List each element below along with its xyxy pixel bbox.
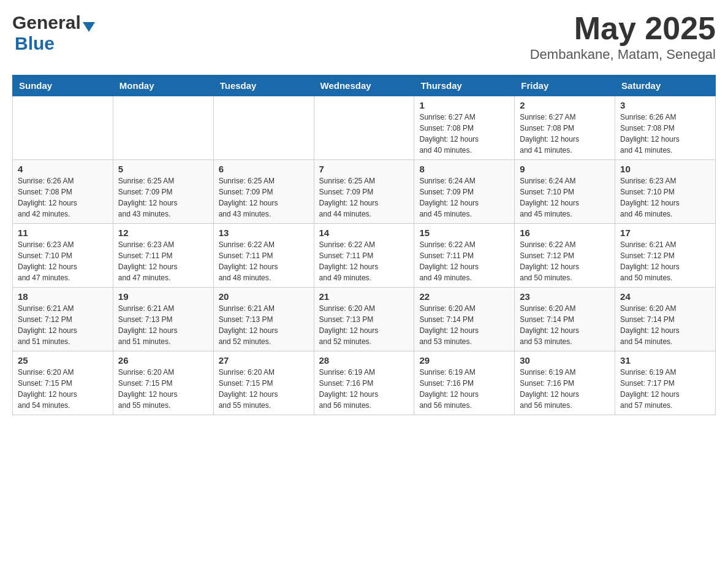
day-number: 21 xyxy=(319,291,409,302)
day-info: Sunrise: 6:26 AMSunset: 7:08 PMDaylight:… xyxy=(620,112,710,156)
calendar-day-3: 3Sunrise: 6:26 AMSunset: 7:08 PMDaylight… xyxy=(615,96,716,160)
calendar-day-19: 19Sunrise: 6:21 AMSunset: 7:13 PMDayligh… xyxy=(113,288,213,351)
day-info: Sunrise: 6:19 AMSunset: 7:17 PMDaylight:… xyxy=(620,367,710,411)
calendar-empty-cell xyxy=(113,96,213,160)
day-info: Sunrise: 6:19 AMSunset: 7:16 PMDaylight:… xyxy=(419,367,509,411)
calendar-week-row: 11Sunrise: 6:23 AMSunset: 7:10 PMDayligh… xyxy=(13,224,716,288)
day-info: Sunrise: 6:22 AMSunset: 7:11 PMDaylight:… xyxy=(419,239,509,283)
logo-arrow-icon xyxy=(83,22,95,32)
calendar-day-7: 7Sunrise: 6:25 AMSunset: 7:09 PMDaylight… xyxy=(314,160,414,224)
day-info: Sunrise: 6:23 AMSunset: 7:10 PMDaylight:… xyxy=(18,239,108,283)
calendar-day-5: 5Sunrise: 6:25 AMSunset: 7:09 PMDaylight… xyxy=(113,160,213,224)
day-info: Sunrise: 6:21 AMSunset: 7:12 PMDaylight:… xyxy=(620,239,710,283)
page-header: General Blue May 2025 Dembankane, Matam,… xyxy=(12,12,716,63)
day-info: Sunrise: 6:20 AMSunset: 7:14 PMDaylight:… xyxy=(520,303,610,347)
calendar-day-4: 4Sunrise: 6:26 AMSunset: 7:08 PMDaylight… xyxy=(13,160,113,224)
calendar-day-10: 10Sunrise: 6:23 AMSunset: 7:10 PMDayligh… xyxy=(615,160,716,224)
day-number: 24 xyxy=(620,291,710,302)
calendar-day-17: 17Sunrise: 6:21 AMSunset: 7:12 PMDayligh… xyxy=(615,224,716,288)
day-number: 2 xyxy=(520,100,610,110)
day-info: Sunrise: 6:21 AMSunset: 7:13 PMDaylight:… xyxy=(118,303,208,347)
calendar-day-20: 20Sunrise: 6:21 AMSunset: 7:13 PMDayligh… xyxy=(213,288,314,351)
day-number: 4 xyxy=(18,164,108,174)
logo-blue-text: Blue xyxy=(12,33,55,53)
calendar-day-30: 30Sunrise: 6:19 AMSunset: 7:16 PMDayligh… xyxy=(515,351,615,415)
calendar-day-6: 6Sunrise: 6:25 AMSunset: 7:09 PMDaylight… xyxy=(213,160,314,224)
calendar-week-row: 4Sunrise: 6:26 AMSunset: 7:08 PMDaylight… xyxy=(13,160,716,224)
calendar-day-23: 23Sunrise: 6:20 AMSunset: 7:14 PMDayligh… xyxy=(515,288,615,351)
day-number: 9 xyxy=(520,164,610,174)
day-number: 25 xyxy=(18,355,108,366)
weekday-header-thursday: Thursday xyxy=(414,75,515,96)
day-number: 18 xyxy=(18,291,108,302)
calendar-empty-cell xyxy=(13,96,113,160)
calendar-day-16: 16Sunrise: 6:22 AMSunset: 7:12 PMDayligh… xyxy=(515,224,615,288)
day-number: 15 xyxy=(419,228,509,238)
calendar-day-28: 28Sunrise: 6:19 AMSunset: 7:16 PMDayligh… xyxy=(314,351,414,415)
calendar-day-31: 31Sunrise: 6:19 AMSunset: 7:17 PMDayligh… xyxy=(615,351,716,415)
day-info: Sunrise: 6:27 AMSunset: 7:08 PMDaylight:… xyxy=(520,112,610,156)
day-number: 1 xyxy=(419,100,509,110)
calendar-header-row: SundayMondayTuesdayWednesdayThursdayFrid… xyxy=(13,75,716,96)
day-number: 20 xyxy=(219,291,309,302)
calendar-day-18: 18Sunrise: 6:21 AMSunset: 7:12 PMDayligh… xyxy=(13,288,113,351)
weekday-header-monday: Monday xyxy=(113,75,213,96)
day-number: 8 xyxy=(419,164,509,174)
calendar-day-27: 27Sunrise: 6:20 AMSunset: 7:15 PMDayligh… xyxy=(213,351,314,415)
calendar-day-11: 11Sunrise: 6:23 AMSunset: 7:10 PMDayligh… xyxy=(13,224,113,288)
day-info: Sunrise: 6:22 AMSunset: 7:11 PMDaylight:… xyxy=(219,239,309,283)
day-number: 31 xyxy=(620,355,710,366)
calendar-day-15: 15Sunrise: 6:22 AMSunset: 7:11 PMDayligh… xyxy=(414,224,515,288)
title-area: May 2025 Dembankane, Matam, Senegal xyxy=(530,12,716,63)
day-info: Sunrise: 6:26 AMSunset: 7:08 PMDaylight:… xyxy=(18,175,108,220)
day-number: 13 xyxy=(219,228,309,238)
day-info: Sunrise: 6:22 AMSunset: 7:11 PMDaylight:… xyxy=(319,239,409,283)
day-number: 16 xyxy=(520,228,610,238)
weekday-header-tuesday: Tuesday xyxy=(213,75,314,96)
calendar-week-row: 1Sunrise: 6:27 AMSunset: 7:08 PMDaylight… xyxy=(13,96,716,160)
calendar-table: SundayMondayTuesdayWednesdayThursdayFrid… xyxy=(12,75,716,415)
location-subtitle: Dembankane, Matam, Senegal xyxy=(530,47,716,63)
calendar-day-9: 9Sunrise: 6:24 AMSunset: 7:10 PMDaylight… xyxy=(515,160,615,224)
day-info: Sunrise: 6:24 AMSunset: 7:09 PMDaylight:… xyxy=(419,175,509,220)
day-number: 26 xyxy=(118,355,208,366)
calendar-empty-cell xyxy=(213,96,314,160)
day-info: Sunrise: 6:19 AMSunset: 7:16 PMDaylight:… xyxy=(520,367,610,411)
day-info: Sunrise: 6:21 AMSunset: 7:13 PMDaylight:… xyxy=(219,303,309,347)
calendar-day-2: 2Sunrise: 6:27 AMSunset: 7:08 PMDaylight… xyxy=(515,96,615,160)
day-info: Sunrise: 6:23 AMSunset: 7:10 PMDaylight:… xyxy=(620,175,710,220)
day-number: 6 xyxy=(219,164,309,174)
calendar-day-8: 8Sunrise: 6:24 AMSunset: 7:09 PMDaylight… xyxy=(414,160,515,224)
day-info: Sunrise: 6:20 AMSunset: 7:14 PMDaylight:… xyxy=(419,303,509,347)
weekday-header-sunday: Sunday xyxy=(13,75,113,96)
calendar-day-25: 25Sunrise: 6:20 AMSunset: 7:15 PMDayligh… xyxy=(13,351,113,415)
day-info: Sunrise: 6:24 AMSunset: 7:10 PMDaylight:… xyxy=(520,175,610,220)
month-year-title: May 2025 xyxy=(530,12,716,44)
day-info: Sunrise: 6:20 AMSunset: 7:15 PMDaylight:… xyxy=(219,367,309,411)
day-number: 10 xyxy=(620,164,710,174)
calendar-day-29: 29Sunrise: 6:19 AMSunset: 7:16 PMDayligh… xyxy=(414,351,515,415)
calendar-empty-cell xyxy=(314,96,414,160)
calendar-day-1: 1Sunrise: 6:27 AMSunset: 7:08 PMDaylight… xyxy=(414,96,515,160)
day-number: 27 xyxy=(219,355,309,366)
day-number: 30 xyxy=(520,355,610,366)
day-info: Sunrise: 6:27 AMSunset: 7:08 PMDaylight:… xyxy=(419,112,509,156)
day-info: Sunrise: 6:21 AMSunset: 7:12 PMDaylight:… xyxy=(18,303,108,347)
day-info: Sunrise: 6:25 AMSunset: 7:09 PMDaylight:… xyxy=(319,175,409,220)
day-number: 23 xyxy=(520,291,610,302)
day-info: Sunrise: 6:20 AMSunset: 7:15 PMDaylight:… xyxy=(18,367,108,411)
calendar-week-row: 25Sunrise: 6:20 AMSunset: 7:15 PMDayligh… xyxy=(13,351,716,415)
calendar-day-26: 26Sunrise: 6:20 AMSunset: 7:15 PMDayligh… xyxy=(113,351,213,415)
day-number: 3 xyxy=(620,100,710,110)
calendar-day-21: 21Sunrise: 6:20 AMSunset: 7:13 PMDayligh… xyxy=(314,288,414,351)
day-number: 14 xyxy=(319,228,409,238)
day-number: 17 xyxy=(620,228,710,238)
day-info: Sunrise: 6:19 AMSunset: 7:16 PMDaylight:… xyxy=(319,367,409,411)
weekday-header-friday: Friday xyxy=(515,75,615,96)
day-number: 19 xyxy=(118,291,208,302)
calendar-day-13: 13Sunrise: 6:22 AMSunset: 7:11 PMDayligh… xyxy=(213,224,314,288)
day-info: Sunrise: 6:25 AMSunset: 7:09 PMDaylight:… xyxy=(219,175,309,220)
day-number: 5 xyxy=(118,164,208,174)
calendar-day-24: 24Sunrise: 6:20 AMSunset: 7:14 PMDayligh… xyxy=(615,288,716,351)
day-number: 12 xyxy=(118,228,208,238)
